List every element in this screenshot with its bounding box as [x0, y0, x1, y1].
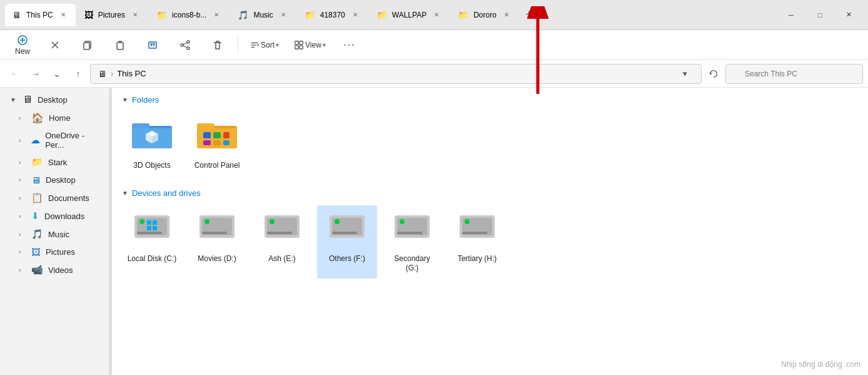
address-separator: ›	[111, 69, 113, 78]
tab-pictures[interactable]: 🖼 Pictures ✕	[77, 4, 148, 26]
back-button[interactable]: ←	[5, 64, 24, 83]
view-chevron-icon: ▾	[323, 42, 326, 48]
tab-wallpap[interactable]: 📁 WALLPAP ✕	[369, 4, 449, 26]
sidebar-desktop-label: Desktop	[38, 95, 68, 105]
movies-d-label: Movies (D:)	[198, 254, 236, 264]
drive-secondary-g[interactable]: Secondary (G:)	[382, 205, 442, 279]
ash-e-label: Ash (E:)	[268, 254, 295, 264]
cut-icon	[49, 39, 61, 51]
address-bar-row: ← → ⌄ ↑ 🖥 › This PC ▾ 🔍	[0, 60, 868, 88]
sidebar-documents-expand: ›	[19, 195, 26, 202]
tab-music[interactable]: 🎵 Music ✕	[230, 4, 295, 26]
folders-section-header[interactable]: ▼ Folders	[122, 95, 858, 105]
address-bar[interactable]: 🖥 › This PC ▾	[90, 64, 702, 84]
minimize-button[interactable]: ─	[777, 5, 805, 25]
tab-this-pc[interactable]: 🖥 This PC ✕	[5, 4, 76, 26]
svg-rect-33	[203, 132, 211, 138]
stark-folder-icon: 📁	[31, 157, 43, 168]
local-disk-c-icon	[132, 210, 172, 250]
sidebar-item-home[interactable]: › 🏠 Home	[3, 109, 106, 127]
tab-dororo-close[interactable]: ✕	[502, 10, 512, 20]
tab-dororo-label: Dororo	[473, 11, 497, 19]
view-button[interactable]: View ▾	[288, 38, 332, 53]
folders-grid: 3D Objects	[122, 112, 858, 176]
paste-button[interactable]	[105, 37, 135, 53]
delete-button[interactable]	[203, 37, 233, 53]
share-button[interactable]	[170, 37, 200, 53]
new-button[interactable]: New	[8, 32, 38, 58]
up-button[interactable]: ↑	[69, 64, 88, 83]
drive-others-f[interactable]: Others (F:)	[317, 205, 377, 279]
tab-wallpap-close[interactable]: ✕	[431, 10, 442, 20]
recent-locations-button[interactable]: ⌄	[48, 64, 66, 83]
tab-418370[interactable]: 📁 418370 ✕	[297, 4, 368, 26]
tab-dororo-icon: 📁	[458, 10, 468, 20]
sidebar-item-music[interactable]: › 🎵 Music	[3, 225, 106, 243]
forward-button[interactable]: →	[26, 64, 45, 83]
tab-icons8[interactable]: 📁 icons8-b... ✕	[149, 4, 229, 26]
tab-dororo[interactable]: 📁 Dororo ✕	[450, 4, 519, 26]
sort-icon	[250, 40, 260, 50]
folder-3d-objects[interactable]: 3D Objects	[122, 112, 182, 176]
sidebar-item-desktop[interactable]: ▼ 🖥 Desktop	[3, 91, 106, 108]
tab-icons8-close[interactable]: ✕	[211, 10, 221, 20]
sidebar-documents-label: Documents	[48, 193, 89, 203]
sidebar-item-stark[interactable]: › 📁 Stark	[3, 153, 106, 171]
downloads-icon: ⬇	[31, 210, 39, 222]
svg-rect-22	[295, 45, 298, 48]
more-options-button[interactable]: ···	[335, 37, 365, 53]
tab-418370-label: 418370	[320, 11, 345, 19]
refresh-button[interactable]	[704, 64, 723, 83]
cut-button[interactable]	[40, 37, 70, 53]
sidebar: ▼ 🖥 Desktop › 🏠 Home › ☁ OneDrive - Per.…	[0, 88, 109, 375]
sidebar-item-documents[interactable]: › 📋 Documents	[3, 189, 106, 207]
svg-point-14	[187, 47, 189, 49]
sidebar-desktop2-label: Desktop	[46, 175, 76, 185]
close-button[interactable]: ✕	[834, 5, 863, 25]
maximize-button[interactable]: □	[805, 5, 834, 25]
tab-this-pc-close[interactable]: ✕	[58, 10, 68, 20]
movies-d-icon	[197, 210, 237, 250]
sidebar-item-downloads[interactable]: › ⬇ Downloads	[3, 207, 106, 225]
sidebar-item-pictures[interactable]: › 🖼 Pictures	[3, 244, 106, 260]
sort-button[interactable]: Sort ▾	[243, 38, 285, 53]
view-icon	[294, 40, 304, 50]
sidebar-onedrive-expand: ›	[19, 137, 26, 144]
rename-button[interactable]	[138, 37, 168, 53]
tab-wallpap-icon: 📁	[376, 10, 387, 20]
folders-chevron-icon: ▼	[122, 96, 128, 103]
tab-music-close[interactable]: ✕	[278, 10, 288, 20]
address-computer-icon: 🖥	[98, 69, 107, 79]
svg-rect-34	[213, 132, 221, 138]
sidebar-onedrive-label: OneDrive - Per...	[45, 131, 101, 150]
new-label: New	[15, 47, 30, 56]
tab-pictures-label: Pictures	[98, 11, 125, 19]
copy-button[interactable]	[73, 37, 103, 53]
sidebar-item-desktop2[interactable]: › 🖥 Desktop	[3, 172, 106, 188]
documents-icon: 📋	[31, 192, 43, 203]
svg-rect-37	[213, 140, 221, 145]
svg-rect-45	[147, 226, 151, 230]
rename-icon	[147, 39, 158, 51]
drive-ash-e[interactable]: Ash (E:)	[252, 205, 312, 279]
drive-tertiary-h[interactable]: Tertiary (H:)	[447, 205, 507, 279]
address-dropdown-button[interactable]: ▾	[676, 65, 694, 83]
drive-local-disk-c[interactable]: Local Disk (C:)	[122, 205, 182, 279]
delete-icon	[212, 39, 223, 51]
sidebar-downloads-expand: ›	[19, 213, 26, 220]
tab-418370-close[interactable]: ✕	[350, 10, 360, 20]
search-input[interactable]	[725, 64, 863, 84]
tab-pictures-close[interactable]: ✕	[130, 10, 140, 20]
add-tab-button[interactable]: +	[520, 6, 538, 24]
control-panel-icon	[197, 117, 237, 157]
devices-section-header[interactable]: ▼ Devices and drives	[122, 188, 858, 198]
svg-rect-42	[137, 232, 162, 234]
secondary-g-label: Secondary (G:)	[387, 254, 437, 274]
tab-music-label: Music	[253, 11, 273, 19]
sidebar-item-videos[interactable]: › 📹 Videos	[3, 261, 106, 279]
svg-rect-44	[153, 220, 157, 225]
folder-control-panel[interactable]: Control Panel	[187, 112, 247, 176]
sidebar-item-onedrive[interactable]: › ☁ OneDrive - Per...	[3, 128, 106, 153]
drive-movies-d[interactable]: Movies (D:)	[187, 205, 247, 279]
sidebar-videos-label: Videos	[48, 265, 73, 275]
